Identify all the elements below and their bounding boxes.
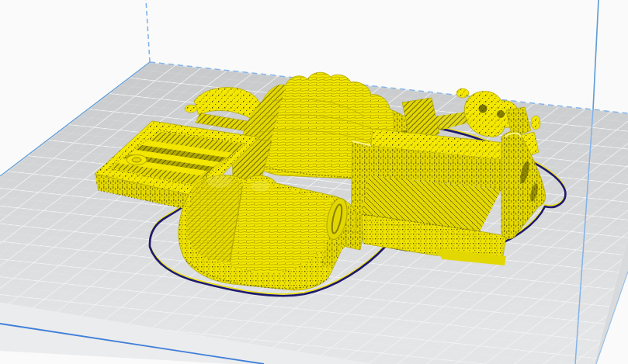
part-nub	[185, 105, 197, 113]
tray-boss-hole	[132, 158, 141, 162]
scene	[0, 0, 628, 364]
cover-bump-highlight	[252, 181, 270, 192]
part-hole	[479, 105, 487, 113]
part-tiny	[531, 116, 540, 130]
part-knob	[456, 88, 469, 98]
cover-bump-highlight	[207, 175, 232, 188]
slicer-3d-viewport[interactable]	[0, 0, 628, 364]
part-hole	[497, 110, 505, 118]
